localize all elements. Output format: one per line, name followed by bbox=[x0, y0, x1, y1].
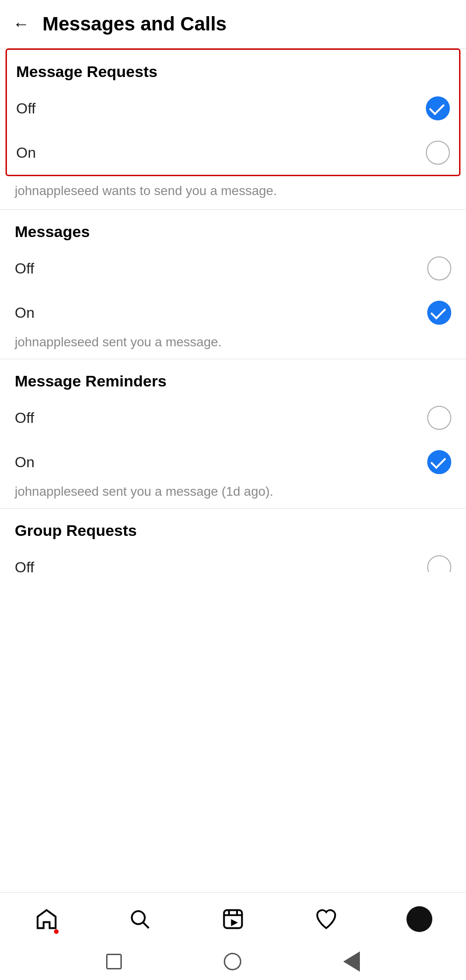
back-system-icon bbox=[343, 951, 360, 972]
section-title-messages: Messages bbox=[15, 210, 451, 246]
profile-avatar bbox=[406, 906, 432, 932]
search-icon bbox=[128, 907, 152, 931]
home-system-icon bbox=[224, 953, 241, 970]
messages-section: Messages Off On johnappleseed sent you a… bbox=[0, 210, 466, 359]
option-row-messages-on: On bbox=[15, 291, 451, 335]
radio-requests-off[interactable] bbox=[426, 96, 450, 120]
description-messages: johnappleseed sent you a message. bbox=[15, 331, 221, 360]
radio-reminders-off[interactable] bbox=[427, 406, 451, 430]
header: ← Messages and Calls bbox=[0, 0, 466, 48]
back-button[interactable]: ← bbox=[13, 16, 30, 32]
bottom-nav bbox=[0, 892, 466, 943]
description-reminders: johnappleseed sent you a message (1d ago… bbox=[15, 481, 273, 510]
nav-profile[interactable] bbox=[401, 903, 438, 936]
option-row-requests-on: On bbox=[16, 131, 450, 175]
option-row-requests-off: Off bbox=[16, 86, 450, 131]
section-title-reminders: Message Reminders bbox=[15, 359, 451, 396]
home-notification-dot bbox=[54, 929, 59, 934]
radio-messages-on[interactable] bbox=[427, 301, 451, 325]
option-label-messages-on: On bbox=[15, 304, 35, 321]
svg-point-0 bbox=[132, 911, 145, 924]
option-row-messages-off: Off bbox=[15, 246, 451, 291]
option-label-requests-off: Off bbox=[16, 100, 36, 117]
option-label-requests-on: On bbox=[16, 144, 36, 161]
option-label-reminders-on: On bbox=[15, 454, 35, 471]
group-requests-section: Group Requests Off bbox=[0, 509, 466, 617]
nav-search[interactable] bbox=[121, 903, 158, 936]
section-title-group-requests: Group Requests bbox=[15, 509, 451, 545]
svg-rect-2 bbox=[224, 910, 242, 928]
radio-reminders-on[interactable] bbox=[427, 450, 451, 474]
reels-icon bbox=[221, 907, 245, 931]
nav-activity[interactable] bbox=[308, 903, 345, 936]
back-system-button[interactable] bbox=[343, 951, 360, 972]
svg-marker-3 bbox=[231, 919, 238, 926]
radio-requests-on[interactable] bbox=[426, 141, 450, 165]
page-title: Messages and Calls bbox=[42, 13, 227, 35]
radio-messages-off[interactable] bbox=[427, 256, 451, 280]
option-label-group-off: Off bbox=[15, 559, 34, 576]
recent-apps-icon bbox=[106, 954, 122, 969]
option-label-messages-off: Off bbox=[15, 260, 34, 277]
home-icon bbox=[35, 907, 59, 931]
message-reminders-section: Message Reminders Off On johnappleseed s… bbox=[0, 359, 466, 509]
nav-home[interactable] bbox=[28, 903, 65, 936]
home-button[interactable] bbox=[224, 953, 241, 970]
system-bar bbox=[0, 943, 466, 980]
heart-icon bbox=[314, 907, 338, 931]
radio-group-off[interactable] bbox=[427, 555, 451, 579]
recent-apps-button[interactable] bbox=[106, 954, 122, 969]
option-row-reminders-off: Off bbox=[15, 396, 451, 440]
nav-reels[interactable] bbox=[215, 903, 251, 936]
option-row-group-off: Off bbox=[15, 545, 451, 589]
option-label-reminders-off: Off bbox=[15, 410, 34, 427]
message-requests-section: Message Requests Off On bbox=[6, 48, 460, 176]
svg-line-1 bbox=[143, 922, 149, 928]
section-title-message-requests: Message Requests bbox=[16, 50, 450, 86]
description-message-requests: johnappleseed wants to send you a messag… bbox=[15, 180, 277, 209]
option-row-reminders-on: On bbox=[15, 440, 451, 484]
